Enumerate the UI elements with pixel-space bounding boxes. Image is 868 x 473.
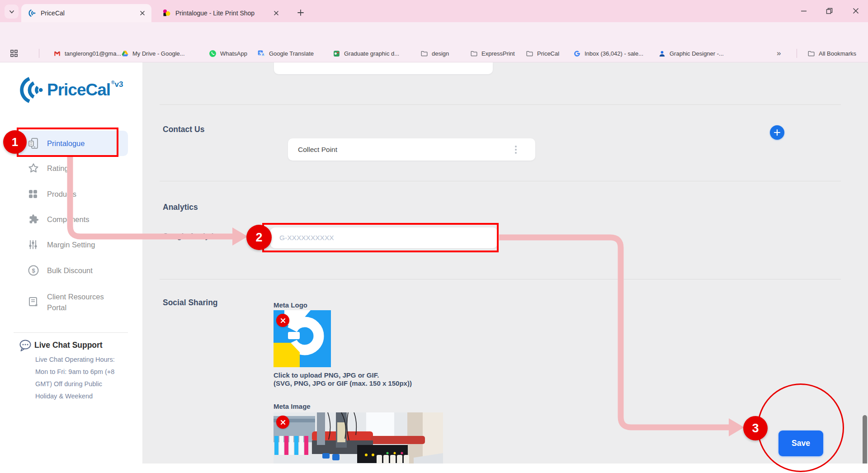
plus-icon (774, 129, 781, 136)
cutoff-input-bottom (274, 62, 493, 74)
pricecal-favicon (28, 9, 36, 17)
close-icon (853, 8, 859, 14)
bookmark-folder-expressprint[interactable]: ExpressPrint (470, 48, 515, 59)
bookmark-label: Graphic Designer -... (670, 50, 724, 57)
meta-image-label: Meta Image (274, 402, 311, 410)
printshop-favicon (162, 9, 170, 17)
bookmark-folder-design[interactable]: design (420, 48, 449, 59)
annotation-step-1: 1 (3, 130, 27, 154)
sidebar-item-ratings[interactable]: Ratings (17, 156, 128, 181)
bookmark-google-translate[interactable]: 文A Google Translate (258, 48, 314, 59)
close-icon (140, 10, 145, 16)
tab-search-button[interactable] (5, 5, 19, 19)
tab-strip: PriceCal Printalogue - Lite Print Shop (0, 0, 868, 22)
live-chat-support-title: Live Chat Support (34, 341, 103, 350)
sidebar-item-label: Client Resources Portal (47, 291, 115, 313)
sidebar-item-label: Ratings (47, 163, 72, 174)
overflow-chevrons: » (777, 49, 781, 58)
bookmarks-divider (39, 49, 39, 58)
close-icon (274, 10, 279, 16)
all-bookmarks-button[interactable]: All Bookmarks (807, 48, 856, 59)
folder-icon (470, 50, 478, 57)
annotation-circle-save (757, 383, 844, 472)
google-analytics-label: Google Analytics (163, 232, 222, 241)
bookmark-folder-pricecal[interactable]: PriceCal (526, 48, 559, 59)
meta-logo-label: Meta Logo (274, 301, 307, 309)
logo-version: v3 (114, 80, 123, 89)
grid-icon (28, 188, 39, 200)
contact-us-title: Contact Us (163, 125, 204, 134)
sidebar-item-components[interactable]: Components (17, 207, 128, 232)
sidebar-item-client-resources[interactable]: Client Resources Portal (17, 285, 130, 319)
x-icon (280, 318, 286, 323)
bookmark-label: ExpressPrint (481, 50, 515, 57)
person-icon (658, 50, 666, 57)
bookmark-whatsapp[interactable]: WhatsApp (209, 48, 247, 59)
window-close-button[interactable] (848, 5, 863, 17)
analytics-title: Analytics (163, 203, 198, 212)
sidebar-item-margin-setting[interactable]: Margin Setting (17, 232, 128, 257)
upload-hint-line2: (SVG, PNG, JPG or GIF (max. 150 x 150px)… (274, 379, 412, 387)
section-divider (160, 279, 841, 279)
sliders-icon (28, 239, 39, 251)
sidebar-item-label: Products (47, 189, 76, 199)
bookmark-label: PriceCal (537, 50, 559, 57)
folder-icon (807, 50, 815, 57)
collect-point-label: Collect Point (298, 146, 337, 154)
bookmarks-overflow-button[interactable]: » (777, 48, 781, 59)
page-content: PriceCal ®v3 Printalogue Ratings Pro (0, 62, 868, 464)
folder-icon (420, 50, 428, 57)
x-icon (280, 420, 286, 425)
bookmark-label: My Drive - Google... (132, 50, 185, 57)
sidebar-item-label: Components (47, 214, 90, 225)
remove-meta-image-button[interactable] (276, 416, 289, 429)
sidebar-item-label: Bulk Discount (47, 265, 93, 276)
apps-grid-button[interactable] (10, 48, 18, 59)
minimize-icon (801, 8, 807, 14)
remove-meta-logo-button[interactable] (276, 314, 289, 327)
sidebar-divider (14, 332, 128, 333)
all-bookmarks-label: All Bookmarks (819, 50, 856, 57)
bookmark-gmail[interactable]: tanglerong01@gma... (53, 48, 121, 59)
pricecal-logo-icon (17, 76, 43, 104)
annotation-step-2: 2 (246, 225, 272, 250)
bookmark-graduate-graphic[interactable]: Graduate graphic d... (333, 48, 399, 59)
meta-image-preview[interactable] (274, 412, 443, 464)
tab-close-button[interactable] (140, 10, 145, 16)
support-hours-line: Holiday & Weekend (35, 392, 132, 401)
bookmark-drive[interactable]: My Drive - Google... (121, 48, 185, 59)
tab-close-button[interactable] (274, 10, 279, 16)
sidebar-item-bulk-discount[interactable]: $ Bulk Discount (17, 258, 128, 283)
google-drive-icon (121, 50, 129, 57)
google-g-icon (573, 50, 581, 57)
bookmark-label: tanglerong01@gma... (65, 50, 121, 57)
support-hours-line: Mon to Fri: 9am to 6pm (+8 (35, 367, 132, 376)
whatsapp-icon (209, 50, 217, 57)
bookmark-graphic-designer[interactable]: Graphic Designer -... (658, 48, 724, 59)
chat-bubble-icon (18, 339, 33, 353)
pricecal-logo: PriceCal ®v3 (17, 76, 123, 104)
row-kebab-icon[interactable] (514, 145, 518, 155)
bookmark-inbox[interactable]: Inbox (36,042) - sale... (573, 48, 643, 59)
bookmark-label: Inbox (36,042) - sale... (585, 50, 643, 57)
tab-pricecal[interactable]: PriceCal (21, 4, 151, 22)
bookmarks-bar: tanglerong01@gma... My Drive - Google...… (0, 44, 868, 62)
support-hours-line: GMT) Off during Public (35, 379, 132, 388)
add-contact-button[interactable] (770, 125, 784, 140)
collect-point-row[interactable]: Collect Point (288, 138, 535, 161)
folder-icon (526, 50, 533, 57)
new-tab-button[interactable] (294, 6, 307, 19)
window-minimize-button[interactable] (796, 5, 811, 17)
bookmark-label: Google Translate (269, 50, 314, 57)
window-restore-button[interactable] (821, 5, 837, 17)
puzzle-icon (28, 213, 39, 225)
sidebar-item-products[interactable]: Products (17, 181, 128, 207)
tab-title: PriceCal (41, 9, 134, 17)
plus-icon (297, 9, 304, 16)
tab-printalogue[interactable]: Printalogue - Lite Print Shop (156, 4, 285, 22)
svg-text:A: A (262, 53, 264, 57)
annotation-step-3: 3 (743, 416, 768, 440)
browser-window: PriceCal Printalogue - Lite Print Shop (0, 0, 868, 473)
section-divider (160, 104, 841, 105)
google-translate-icon: 文A (258, 50, 265, 57)
